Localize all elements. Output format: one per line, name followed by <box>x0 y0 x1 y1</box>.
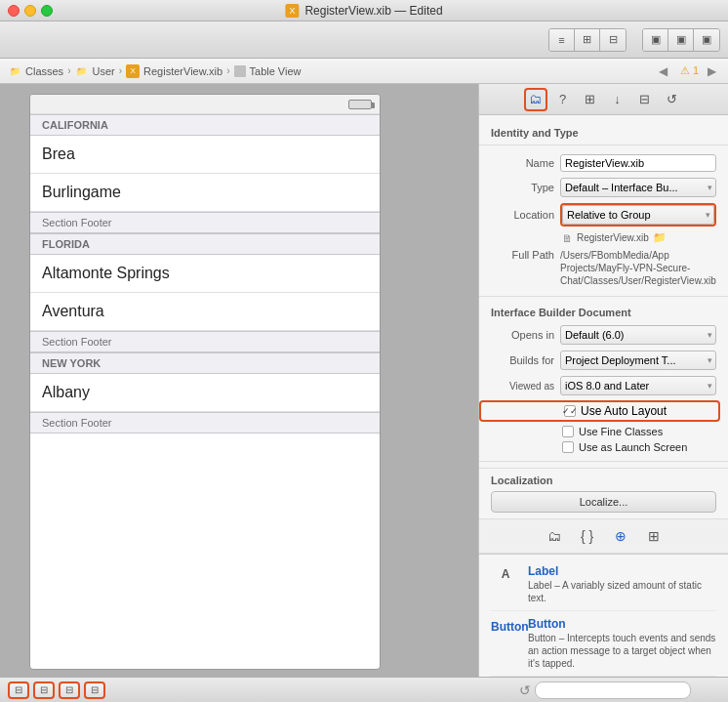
auto-layout-row[interactable]: ✓ Use Auto Layout <box>479 400 720 422</box>
center-btn[interactable]: ⊟ <box>33 681 55 699</box>
fine-classes-row: Use Fine Classes <box>479 424 728 439</box>
search-icon: ↺ <box>519 682 531 698</box>
location-select[interactable]: Relative to Group <box>562 205 714 225</box>
builds-for-value: Project Deployment T... <box>565 354 676 366</box>
name-label: Name <box>491 157 554 169</box>
library-section: A Label Label – A variably sized amount … <box>479 554 728 677</box>
viewed-as-value: iOS 8.0 and Later <box>565 380 649 392</box>
file-inspector-icon[interactable]: 🗂 <box>524 88 547 111</box>
type-select-wrapper[interactable]: Default – Interface Bu... <box>560 178 716 197</box>
label-item-title: Label <box>528 564 716 578</box>
launch-screen-row: Use as Launch Screen <box>479 439 728 455</box>
library-item-label[interactable]: A Label Label – A variably sized amount … <box>491 558 716 611</box>
opens-in-select[interactable]: Default (6.0) <box>560 325 716 345</box>
opens-in-select-wrapper[interactable]: Default (6.0) <box>560 325 716 345</box>
type-select[interactable]: Default – Interface Bu... <box>560 178 716 197</box>
inspector-tab-icons[interactable]: 🗂 { } ⊕ ⊞ <box>479 518 728 554</box>
type-select-value: Default – Interface Bu... <box>565 182 678 193</box>
type-field-row: Type Default – Interface Bu... <box>479 175 728 200</box>
breadcrumb-bar: 📁 Classes › 📁 User › X RegisterView.xib … <box>0 59 728 84</box>
full-path-field-row: Full Path /Users/FBombMedia/App Projects… <box>479 246 728 290</box>
file-tab-icon[interactable]: 🗂 <box>544 525 565 547</box>
library-search-input[interactable] <box>535 681 691 699</box>
align-left-btn[interactable]: ⊟ <box>8 681 29 699</box>
device-frame: CALIFORNIA Brea Burlingame Section Foote… <box>29 94 381 670</box>
distribute-btn[interactable]: ⊟ <box>84 681 105 699</box>
view-toggle-group[interactable]: ≡ ⊞ ⊟ <box>548 28 627 52</box>
table-cell-aventura[interactable]: Aventura <box>30 293 380 331</box>
maximize-button[interactable] <box>41 5 53 17</box>
separator-2 <box>479 461 728 462</box>
breadcrumb-forward-btn[interactable]: ▶ <box>703 62 720 80</box>
table-cell-brea[interactable]: Brea <box>30 136 380 174</box>
panel-toggle-group[interactable]: ▣ ▣ ▣ <box>642 28 720 52</box>
warning-badge: ⚠ 1 <box>680 64 699 77</box>
table-cell-altamonte[interactable]: Altamonte Springs <box>30 255 380 293</box>
opens-in-label: Opens in <box>491 329 554 341</box>
breadcrumb-tableview[interactable]: Table View <box>234 65 302 77</box>
status-bar-left[interactable]: ⊟ ⊟ ⊟ ⊟ <box>8 681 486 699</box>
table-cell-albany[interactable]: Albany <box>30 374 380 412</box>
location-select-value: Relative to Group <box>567 209 651 221</box>
builds-for-select-wrapper[interactable]: Project Deployment T... <box>560 351 716 370</box>
identity-inspector-icon[interactable]: ⊞ <box>579 88 602 111</box>
editor-standard-btn[interactable]: ≡ <box>549 29 575 51</box>
auto-layout-label: Use Auto Layout <box>581 404 667 418</box>
window-controls[interactable] <box>8 5 53 17</box>
location-select-wrapper[interactable]: Relative to Group <box>560 203 716 227</box>
right-panel-btn[interactable]: ▣ <box>694 29 719 51</box>
viewed-as-select-wrapper[interactable]: iOS 8.0 and Later <box>560 376 716 395</box>
name-input[interactable] <box>560 154 716 172</box>
breadcrumb-user[interactable]: 📁 User <box>74 64 114 78</box>
table-view: CALIFORNIA Brea Burlingame Section Foote… <box>30 114 380 434</box>
breadcrumb-back-btn[interactable]: ◀ <box>655 62 672 80</box>
connections-inspector-icon[interactable]: ↺ <box>661 88 684 111</box>
folder-icon: 📁 <box>8 64 21 78</box>
object-tab-icon[interactable]: { } <box>577 525 598 547</box>
path-file-name: RegisterView.xib <box>577 232 649 243</box>
tableview-icon <box>234 65 246 77</box>
builds-for-select[interactable]: Project Deployment T... <box>560 351 716 370</box>
main-content: CALIFORNIA Brea Burlingame Section Foote… <box>0 84 728 677</box>
localize-button[interactable]: Localize... <box>491 491 716 513</box>
builds-for-row: Builds for Project Deployment T... <box>479 348 728 373</box>
location-field-row: Location Relative to Group <box>479 200 728 229</box>
size-btn[interactable]: ⊟ <box>59 681 80 699</box>
breadcrumb-xib[interactable]: X RegisterView.xib <box>126 64 222 78</box>
auto-layout-checkbox[interactable]: ✓ <box>564 405 576 417</box>
size-inspector-icon[interactable]: ⊟ <box>633 88 657 111</box>
xib-icon: X <box>126 64 140 78</box>
name-field-row: Name <box>479 151 728 175</box>
library-tab-icon[interactable]: ⊕ <box>610 525 631 547</box>
status-bar: ⊟ ⊟ ⊟ ⊟ ↺ <box>0 677 728 702</box>
close-button[interactable] <box>8 5 20 17</box>
launch-screen-label: Use as Launch Screen <box>579 441 687 453</box>
full-path-value: /Users/FBombMedia/App Projects/MayFly-VP… <box>560 249 716 287</box>
xib-file-icon: X <box>285 4 299 18</box>
fine-classes-checkbox[interactable] <box>562 426 574 437</box>
media-tab-icon[interactable]: ⊞ <box>643 525 665 547</box>
breadcrumb-nav[interactable]: ◀ ⚠ 1 ▶ <box>655 62 720 80</box>
viewed-as-select[interactable]: iOS 8.0 and Later <box>560 376 716 395</box>
main-toolbar: ≡ ⊞ ⊟ ▣ ▣ ▣ <box>0 21 728 59</box>
minimize-button[interactable] <box>24 5 36 17</box>
editor-assistant-btn[interactable]: ⊞ <box>575 29 600 51</box>
inspector-toolbar[interactable]: 🗂 ? ⊞ ↓ ⊟ ↺ <box>479 84 728 115</box>
breadcrumb-sep-3: › <box>226 65 229 76</box>
bottom-panel-btn[interactable]: ▣ <box>668 29 694 51</box>
path-file-icon: 🗎 <box>562 232 573 244</box>
device-status-bar <box>30 95 380 114</box>
breadcrumb-classes[interactable]: 📁 Classes <box>8 64 63 78</box>
launch-screen-checkbox[interactable] <box>562 441 574 453</box>
battery-icon <box>348 100 372 109</box>
attributes-inspector-icon[interactable]: ↓ <box>606 88 629 111</box>
button-item-title: Button <box>528 617 716 631</box>
left-panel-btn[interactable]: ▣ <box>643 29 668 51</box>
canvas-area[interactable]: CALIFORNIA Brea Burlingame Section Foote… <box>0 84 478 677</box>
library-item-button-content: Button Button – Intercepts touch events … <box>528 617 716 670</box>
section-footer-1: Section Footer <box>30 212 380 233</box>
quick-help-icon[interactable]: ? <box>551 88 575 111</box>
library-item-button[interactable]: Button Button Button – Intercepts touch … <box>491 611 716 677</box>
editor-version-btn[interactable]: ⊟ <box>600 29 626 51</box>
table-cell-burlingame[interactable]: Burlingame <box>30 174 380 212</box>
